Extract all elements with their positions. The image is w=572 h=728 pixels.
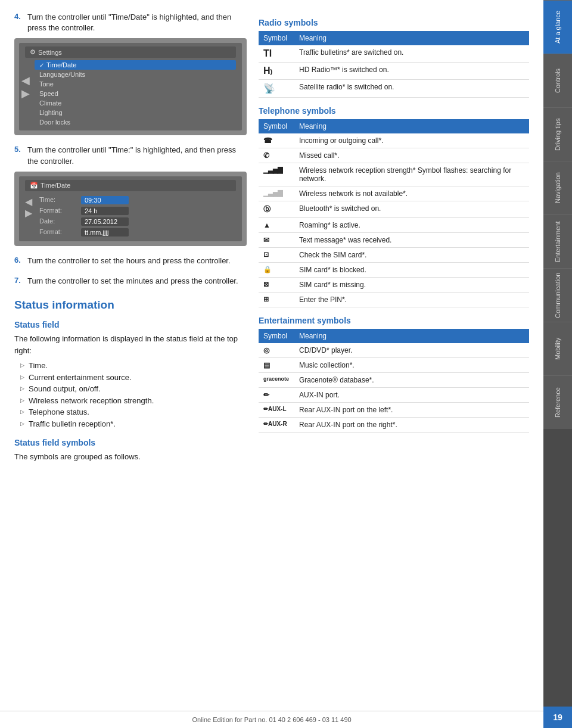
ent-sym-music: ▤ [259,358,294,373]
tel-sym-sim-blocked: 🔒 [259,263,294,278]
ent-meaning-dvd: CD/DVD* player. [294,343,529,358]
tel-sym-sms: ✉ [259,233,294,248]
tel-col-symbol: Symbol [259,119,294,133]
ent-meaning-aux-l: Rear AUX-IN port on the left*. [294,403,529,418]
tel-sym-missed: ✆ [259,148,294,163]
table-row: ☎ Incoming or outgoing call*. [259,133,529,148]
tel-meaning-no-network: Wireless network is not available*. [294,186,529,201]
date-label: Date: [39,217,75,226]
table-row: ⓑ Bluetooth* is switched on. [259,201,529,218]
ent-meaning-aux-r: Rear AUX-IN port on the right*. [294,418,529,433]
tel-sym-pin: ⊞ [259,293,294,307]
step-4-num: 4. [14,12,23,21]
sidebar-tab-label-navigation: Navigation [554,173,561,204]
bullet-traffic: Traffic bulletin reception*. [20,418,247,430]
timedate-nav-left: ◀▶ [25,195,32,219]
step-5-text: Turn the controller until "Time:" is hig… [27,145,247,166]
entertainment-symbols-title: Entertainment symbols [259,316,529,325]
menu-item-doorlocks: Door locks [35,117,236,127]
table-row: ▲ Roaming* is active. [259,218,529,233]
menu-item-language: Language/Units [35,70,236,79]
radio-symbols-table: Symbol Meaning TI Traffic bulletins* are… [259,31,529,98]
radio-sym-hd: H) [259,63,294,80]
sidebar-tab-label-controls: Controls [554,69,561,93]
menu-item-tone: Tone [35,79,236,89]
tel-meaning-signal: Wireless network reception strength* Sym… [294,163,529,186]
step-6: 6. Turn the controller to set the hours … [14,256,247,266]
step-6-num: 6. [14,256,23,265]
settings-screenshot: ⚙ Settings ✓ Time/Date Language/Units To… [14,38,247,135]
sidebar-tab-entertainment[interactable]: Entertainment [543,214,572,268]
menu-timedate-label: Time/Date [46,61,76,69]
sidebar-tab-reference[interactable]: Reference [543,375,572,429]
gear-icon: ⚙ [30,48,36,56]
table-row: ⊡ Check the SIM card*. [259,248,529,263]
step-7-num: 7. [14,276,23,285]
bullet-telephone: Telephone status. [20,406,247,418]
menu-item-climate: Climate [35,98,236,108]
radio-meaning-hd: HD Radio™* is switched on. [294,63,529,80]
sidebar-tab-label-reference: Reference [554,387,561,418]
tel-meaning-roam: Roaming* is active. [294,218,529,233]
radio-col-meaning: Meaning [294,31,529,45]
menu-item-lighting: Lighting [35,108,236,117]
entertainment-symbols-table: Symbol Meaning ◎ CD/DVD* player. ▤ Music… [259,329,529,433]
bullet-sound: Sound output, on/off. [20,383,247,395]
right-column: Radio symbols Symbol Meaning TI Traffic … [259,12,529,687]
timedate-screenshot: 📅 Time/Date ◀▶ Time: 09:30 [14,172,247,246]
table-row: ⊞ Enter the PIN*. [259,293,529,307]
table-row: ✏AUX-R Rear AUX-IN port on the right*. [259,418,529,433]
tel-meaning-sms: Text message* was received. [294,233,529,248]
calendar-icon: 📅 [30,182,38,189]
step-4: 4. Turn the controller until "Time/Date"… [14,12,247,135]
radio-symbols-title: Radio symbols [259,18,529,27]
tel-meaning-sim-missing: SIM card* is missing. [294,278,529,293]
table-row: ✆ Missed call*. [259,148,529,163]
sidebar-tab-communication[interactable]: Communication [543,268,572,322]
sidebar-tab-navigation[interactable]: Navigation [543,161,572,214]
format-value-1: 24 h [81,207,129,215]
table-row: ▁▃▅▇ Wireless network reception strength… [259,163,529,186]
status-information-title: Status information [14,298,247,312]
tel-sym-signal: ▁▃▅▇ [259,163,294,186]
sidebar-tab-controls[interactable]: Controls [543,54,572,107]
settings-screen-title: Settings [38,49,62,56]
step-5: 5. Turn the controller until "Time:" is … [14,145,247,245]
bullet-entertainment: Current entertainment source. [20,372,247,384]
table-row: ✉ Text message* was received. [259,233,529,248]
sidebar-tab-label-communication: Communication [554,272,561,318]
radio-sym-ti: TI [259,45,294,63]
ent-sym-aux: ✏ [259,388,294,403]
ent-sym-aux-l: ✏AUX-L [259,403,294,418]
step-7: 7. Turn the controller to set the minute… [14,276,247,287]
format-label-1: Format: [39,207,75,215]
ent-sym-dvd: ◎ [259,343,294,358]
sidebar-tab-mobility[interactable]: Mobility [543,322,572,375]
sidebar-tab-driving-tips[interactable]: Driving tips [543,107,572,161]
page-number: 19 [543,707,572,728]
step-7-text: Turn the controller to set the minutes a… [27,276,238,287]
tel-meaning-pin: Enter the PIN*. [294,293,529,307]
table-row: TI Traffic bulletins* are switched on. [259,45,529,63]
table-row: 📡 Satellite radio* is switched on. [259,80,529,98]
nav-arrows-left: ◀▶ [21,74,30,100]
table-row: ▁▃▅▇ Wireless network is not available*. [259,186,529,201]
sidebar-tab-at-a-glance[interactable]: At a glance [543,0,572,54]
bullet-time: Time. [20,360,247,372]
sidebar-tab-label-mobility: Mobility [554,338,561,360]
timedate-screen-title: Time/Date [41,182,70,189]
step-5-num: 5. [14,145,23,154]
table-row: ◎ CD/DVD* player. [259,343,529,358]
radio-meaning-sat: Satellite radio* is switched on. [294,80,529,98]
telephone-symbols-table: Symbol Meaning ☎ Incoming or outgoing ca… [259,119,529,307]
status-bullets: Time. Current entertainment source. Soun… [14,360,247,430]
table-row: H) HD Radio™* is switched on. [259,63,529,80]
sidebar-tab-label-driving-tips: Driving tips [554,118,561,150]
table-row: ▤ Music collection*. [259,358,529,373]
tel-sym-bt: ⓑ [259,201,294,218]
menu-item-speed: Speed [35,89,236,98]
ent-col-symbol: Symbol [259,329,294,343]
telephone-symbols-title: Telephone symbols [259,106,529,116]
date-value: 27.05.2012 [81,217,129,226]
page-num-text: 19 [553,713,562,722]
